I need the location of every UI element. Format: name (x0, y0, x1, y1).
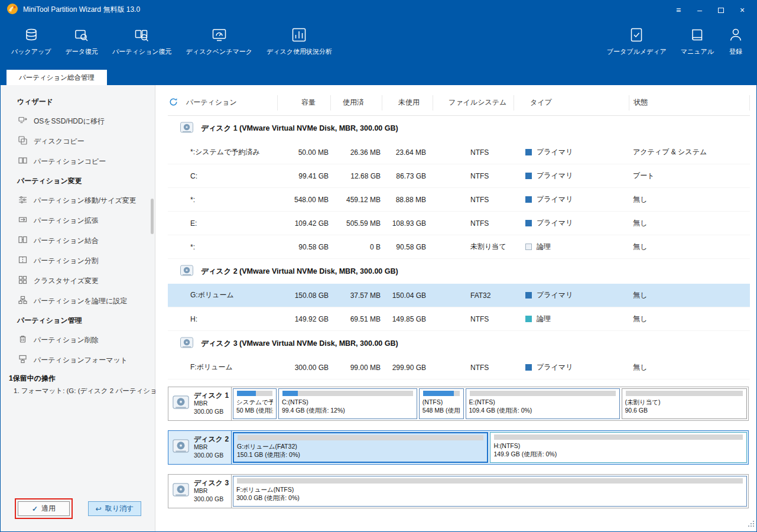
type-color-swatch (525, 316, 532, 322)
toolbar-disk-usage-label: ディスク使用状況分析 (267, 47, 332, 56)
partition-row-selected[interactable]: G:ボリューム 150.08 GB 37.57 MB 150.04 GB FAT… (168, 284, 750, 307)
cell-partition: G:ボリューム (168, 290, 277, 300)
partition-row[interactable]: *: 548.00 MB 459.12 MB 88.88 MB NTFS プライ… (168, 188, 750, 212)
partition-row[interactable]: E: 109.42 GB 505.59 MB 108.93 GB NTFS プラ… (168, 212, 750, 235)
diskmap-partition-c[interactable]: C:(NTFS) 99.4 GB (使用済: 12%) (278, 388, 417, 419)
diskmap-partition-g-selected[interactable]: G:ボリューム(FAT32) 150.1 GB (使用済: 0%) (233, 432, 488, 463)
refresh-icon[interactable] (169, 98, 178, 108)
sidebar-item-delete[interactable]: パーティション削除 (1, 330, 155, 350)
backup-icon (24, 27, 39, 43)
sidebar: ウィザード OSをSSD/HDDに移行 ディスクコピー パーティションコピー パ… (1, 85, 155, 532)
diskmap-partition-h[interactable]: H:(NTFS) 149.9 GB (使用済: 0%) (490, 432, 747, 463)
disk-group-header-3[interactable]: ディスク 3 (VMware Virtual NVMe Disk, MBR, 3… (168, 331, 750, 356)
toolbar-disk-benchmark-button[interactable]: ディスクベンチマーク (179, 26, 259, 57)
cell-type: プライマリ (537, 362, 573, 372)
move-resize-icon (18, 195, 27, 206)
cluster-size-icon (18, 275, 27, 286)
cell-unused: 86.73 GB (382, 172, 433, 180)
toolbar-bootable-media-button[interactable]: ブータブルメディア (600, 26, 674, 57)
sidebar-item-merge[interactable]: パーティション結合 (1, 231, 155, 251)
cell-unused: 90.58 GB (382, 243, 433, 251)
sidebar-item-cluster-size[interactable]: クラスタサイズ変更 (1, 271, 155, 291)
partition-size-label: 90.6 GB (625, 406, 743, 414)
diskmap-disk1-card[interactable]: ディスク 1MBR300.00 GB (168, 387, 232, 420)
apply-button[interactable]: ✓ 適用 (18, 501, 70, 516)
partition-row[interactable]: H: 149.92 GB 69.51 MB 149.85 GB NTFS 論理 … (168, 307, 750, 331)
sidebar-item-move-resize[interactable]: パーティション移動/サイズ変更 (1, 190, 155, 210)
sidebar-item-disk-copy[interactable]: ディスクコピー (1, 131, 155, 151)
col-partition: パーティション (186, 98, 237, 108)
col-status: 状態 (629, 95, 750, 111)
delete-partition-icon (18, 335, 27, 345)
cell-type: プライマリ (537, 194, 573, 205)
app-window: MiniTool Partition Wizard 無料版 13.0 ≡ – ×… (0, 0, 757, 532)
sidebar-item-partition-copy[interactable]: パーティションコピー (1, 151, 155, 171)
cell-used: 459.12 MB (330, 196, 382, 204)
toolbar-register-button[interactable]: 登録 (721, 26, 750, 57)
disk-group-header-1[interactable]: ディスク 1 (VMware Virtual NVMe Disk, MBR, 3… (168, 116, 750, 141)
disk-usage-analysis-icon (291, 27, 307, 43)
toolbar-bootable-media-label: ブータブルメディア (607, 47, 667, 56)
sidebar-item-split[interactable]: パーティション分割 (1, 251, 155, 271)
sidebar-item-label: クラスタサイズ変更 (34, 276, 99, 286)
bootable-media-icon (629, 27, 644, 43)
cell-capacity: 109.42 GB (277, 219, 330, 228)
minimize-icon[interactable]: – (695, 5, 704, 15)
toolbar-manual-button[interactable]: マニュアル (674, 26, 721, 57)
sidebar-item-format[interactable]: パーティションフォーマット (1, 350, 155, 370)
diskmap-disk3-card[interactable]: ディスク 3MBR300.00 GB (168, 475, 232, 508)
diskmap-disk-size: 300.00 GB (194, 452, 223, 459)
toolbar-disk-benchmark-label: ディスクベンチマーク (186, 47, 252, 56)
partition-label: システムで予約 (236, 398, 273, 406)
tab-partition-management[interactable]: パーティション総合管理 (7, 70, 107, 85)
partition-row[interactable]: F:ボリューム 300.00 GB 99.00 MB 299.90 GB NTF… (168, 356, 750, 379)
cell-used: 0 B (330, 243, 382, 251)
partition-row[interactable]: *: 90.58 GB 0 B 90.58 GB 未割り当て 論理 無し (168, 235, 750, 259)
diskmap-partition-f[interactable]: F:ボリューム(NTFS) 300.0 GB (使用済: 0%) (233, 476, 747, 507)
diskmap-disk2-card[interactable]: ディスク 2MBR300.00 GB (168, 431, 232, 464)
close-icon[interactable]: × (737, 5, 747, 15)
disk-copy-icon (18, 136, 27, 147)
disk-icon (180, 264, 194, 280)
toolbar-disk-usage-button[interactable]: ディスク使用状況分析 (259, 26, 339, 57)
toolbar-partition-recovery-button[interactable]: パーティション復元 (105, 26, 179, 57)
titlebar: MiniTool Partition Wizard 無料版 13.0 ≡ – × (1, 1, 756, 19)
usage-bar (626, 391, 743, 396)
diskmap-partition-ntfs-548[interactable]: (NTFS) 548 MB (使用 (419, 388, 464, 419)
diskmap-partition-unallocated[interactable]: (未割り当て) 90.6 GB (622, 388, 747, 419)
toolbar-backup-button[interactable]: バックアップ (4, 26, 59, 57)
cell-filesystem: FAT32 (433, 291, 514, 300)
usage-bar (237, 478, 743, 484)
partition-row[interactable]: *:システムで予約済み 50.00 MB 26.36 MB 23.64 MB N… (168, 141, 750, 164)
cell-filesystem: NTFS (433, 148, 514, 157)
sidebar-scrollbar-thumb[interactable] (151, 199, 154, 234)
undo-button-label: 取り消す (105, 504, 134, 514)
maximize-icon[interactable] (716, 5, 726, 15)
partition-size-label: 109.4 GB (使用済: 0%) (469, 406, 616, 414)
cell-filesystem: NTFS (433, 172, 514, 180)
main-panel: パーティション 容量 使用済 未使用 ファイルシステム タイプ 状態 ディスク … (155, 85, 756, 532)
sidebar-item-extend[interactable]: パーティション拡張 (1, 210, 155, 231)
sidebar-item-migrate-os[interactable]: OSをSSD/HDDに移行 (1, 111, 155, 131)
migrate-os-icon (18, 116, 27, 126)
toolbar-partition-recovery-label: パーティション復元 (112, 47, 172, 56)
toolbar-data-recovery-button[interactable]: データ復元 (59, 26, 106, 57)
cell-capacity: 90.58 GB (277, 243, 330, 251)
diskmap-row-disk3: ディスク 3MBR300.00 GB F:ボリューム(NTFS) 300.0 G… (168, 474, 749, 508)
sidebar-item-label: パーティション拡張 (34, 216, 99, 226)
diskmap-disk-name: ディスク 1 (194, 391, 229, 400)
diskmap-partition-e[interactable]: E:(NTFS) 109.4 GB (使用済: 0%) (466, 388, 620, 419)
cell-filesystem: 未割り当て (433, 242, 514, 252)
undo-button[interactable]: ↩ 取り消す (88, 501, 141, 516)
partition-row[interactable]: C: 99.41 GB 12.68 GB 86.73 GB NTFS プライマリ… (168, 164, 750, 188)
tab-bar: パーティション総合管理 (1, 70, 756, 85)
usage-bar (282, 391, 413, 396)
disk-group-header-2[interactable]: ディスク 2 (VMware Virtual NVMe Disk, MBR, 3… (168, 259, 750, 284)
menu-icon[interactable]: ≡ (674, 5, 683, 15)
diskmap-partition-system-reserved[interactable]: システムで予約 50 MB (使用済 (233, 388, 277, 419)
resize-grip[interactable] (747, 519, 755, 530)
disk-group-label: ディスク 3 (VMware Virtual NVMe Disk, MBR, 3… (201, 339, 398, 349)
cell-status: 無し (629, 362, 750, 372)
partition-label: F:ボリューム(NTFS) (236, 485, 743, 494)
sidebar-item-set-logical[interactable]: パーティションを論理に設定 (1, 291, 155, 311)
